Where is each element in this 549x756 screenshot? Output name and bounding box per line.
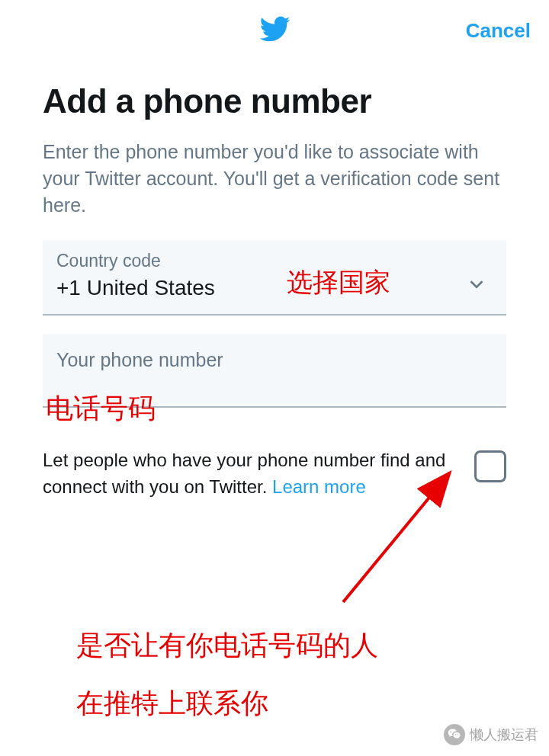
consent-text: Let people who have your phone number fi… — [43, 447, 459, 501]
annotation-country: 选择国家 — [287, 265, 390, 300]
annotation-bottom-line1: 是否让有你电话号码的人 — [76, 617, 378, 675]
consent-text-body: Let people who have your phone number fi… — [43, 450, 445, 497]
learn-more-link[interactable]: Learn more — [272, 476, 366, 497]
annotation-bottom-line2: 在推特上联系你 — [76, 675, 378, 733]
wechat-icon — [444, 724, 465, 745]
chevron-down-icon — [465, 273, 488, 299]
watermark-text: 懒人搬运君 — [470, 726, 538, 744]
watermark: 懒人搬运君 — [444, 724, 538, 745]
twitter-bird-icon — [258, 13, 291, 48]
country-code-select[interactable]: Country code +1 United States 选择国家 — [43, 240, 506, 316]
phone-placeholder: Your phone number — [56, 349, 493, 371]
country-code-label: Country code — [56, 251, 493, 271]
country-code-value: +1 United States — [56, 276, 493, 300]
annotation-bottom: 是否让有你电话号码的人 在推特上联系你 — [76, 617, 378, 732]
country-code-field-group: Country code +1 United States 选择国家 — [43, 240, 506, 316]
content-area: Add a phone number Enter the phone numbe… — [0, 61, 549, 501]
page-title: Add a phone number — [43, 82, 506, 120]
consent-row: Let people who have your phone number fi… — [43, 447, 506, 501]
cancel-button[interactable]: Cancel — [466, 19, 531, 43]
description-text: Enter the phone number you'd like to ass… — [43, 139, 506, 219]
header: Cancel — [0, 0, 549, 61]
discoverability-checkbox[interactable] — [474, 450, 506, 482]
annotation-phone: 电话号码 — [46, 390, 156, 428]
